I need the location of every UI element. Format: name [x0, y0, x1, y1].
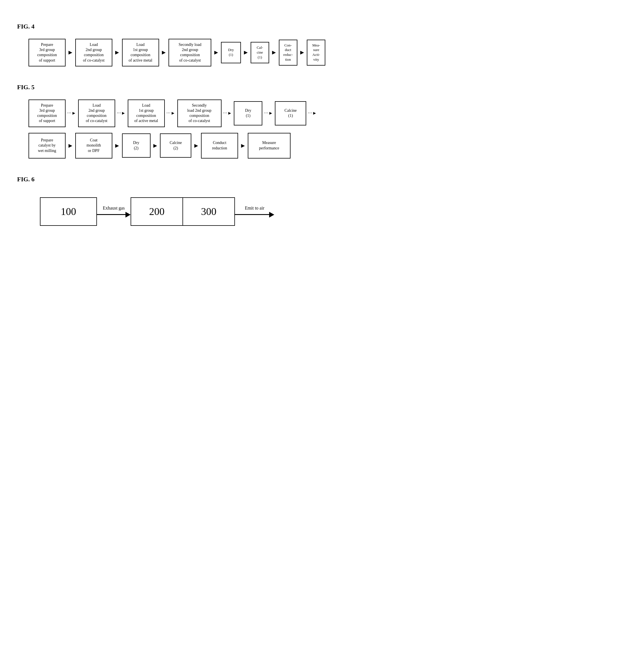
fig4-box-4: Secondly load2nd groupcompositionof co-c…	[169, 39, 211, 66]
fig5-r2-box-3: Dry(2)	[122, 134, 151, 158]
fig4-label: FIG. 4	[17, 23, 600, 30]
fig5-row2: Preparecatalyst bywet milling ► Coatmono…	[28, 133, 600, 159]
fig6-emit-arrow-group: Emit to air	[235, 206, 274, 218]
fig5-r2-box-4: Calcine(2)	[160, 134, 191, 158]
fig4-flowchart: Prepare3rd groupcompositionof support ► …	[28, 39, 600, 66]
fig6-section: FIG. 6 100 Exhaust gas 200 300 Emit t	[17, 176, 600, 226]
fig4-box-8: Mea-sureActi-vity	[307, 40, 325, 66]
fig5-r2-arrow-3: ►	[152, 142, 159, 150]
fig5-section: FIG. 5 Prepare3rd groupcompositionof sup…	[17, 83, 600, 159]
fig5-r1-box-4: Secondlyload 2nd groupcompositionof co-c…	[177, 99, 222, 127]
fig6-box-200: 200	[131, 198, 183, 225]
fig5-r1-box-2: Load2nd groupcompositionof co-catalyst	[78, 99, 115, 127]
fig5-r1-arrow-4: ···►	[223, 110, 232, 116]
fig5-r1-arrow-3: ···►	[167, 110, 176, 116]
fig5-r1-box-5: Dry(1)	[234, 101, 262, 126]
fig5-r2-box-2: Coatmonolithor DPF	[75, 133, 112, 159]
fig6-exhaust-label: Exhaust gas	[103, 206, 125, 211]
fig6-label: FIG. 6	[17, 176, 600, 183]
fig4-arrow-5: ►	[243, 49, 249, 56]
fig5-r2-arrow-1: ►	[67, 142, 73, 150]
fig6-flowchart: 100 Exhaust gas 200 300 Emit to air	[40, 197, 600, 226]
fig5-r1-arrow-1: ···►	[67, 110, 76, 116]
fig6-combined-box: 200 300	[131, 197, 235, 226]
fig4-section: FIG. 4 Prepare3rd groupcompositionof sup…	[17, 23, 600, 66]
fig5-r1-box-1: Prepare3rd groupcompositionof support	[28, 99, 65, 127]
fig5-r2-arrow-4: ►	[193, 142, 199, 150]
fig5-r2-arrow-5: ►	[240, 142, 246, 150]
fig5-r1-arrow-2: ···►	[117, 110, 126, 116]
fig5-r2-arrow-2: ►	[114, 142, 120, 150]
fig4-box-3: Load1st groupcompositionof active metal	[122, 39, 159, 66]
fig5-r1-box-6: Calcine(1)	[275, 101, 306, 126]
fig6-box-100: 100	[40, 197, 97, 226]
fig5-r2-box-5: Conductreduction	[201, 133, 238, 159]
fig5-r2-box-1: Preparecatalyst bywet milling	[28, 133, 65, 159]
fig6-emit-label: Emit to air	[245, 206, 264, 211]
fig5-r1-box-3: Load1st groupcompositionof active metal	[128, 99, 165, 127]
fig5-label: FIG. 5	[17, 83, 600, 91]
fig4-arrow-3: ►	[161, 49, 167, 56]
fig5-row1: Prepare3rd groupcompositionof support ··…	[28, 99, 600, 127]
fig4-arrow-7: ►	[299, 49, 305, 56]
fig4-arrow-1: ►	[67, 49, 73, 56]
fig6-exhaust-arrow-group: Exhaust gas	[97, 206, 131, 218]
fig4-arrow-2: ►	[114, 49, 120, 56]
fig4-arrow-4: ►	[213, 49, 219, 56]
fig6-arrow-1	[97, 212, 131, 218]
fig4-box-5: Dry(1)	[221, 42, 241, 63]
fig4-box-6: Cal-cine(1)	[251, 42, 269, 63]
fig5-r1-arrow-6: ···►	[308, 110, 317, 116]
fig6-box-300: 300	[183, 198, 234, 225]
fig5-r2-box-6: Measureperformance	[248, 133, 290, 159]
fig4-arrow-6: ►	[271, 49, 277, 56]
fig4-box-2: Load2nd groupcompositionof co-catalyst	[75, 39, 112, 66]
fig4-box-1: Prepare3rd groupcompositionof support	[28, 39, 65, 66]
fig4-box-7: Con-ductreduc-tion	[279, 40, 297, 66]
fig5-r1-arrow-5: ···►	[264, 110, 273, 116]
fig6-arrow-2	[235, 212, 274, 218]
